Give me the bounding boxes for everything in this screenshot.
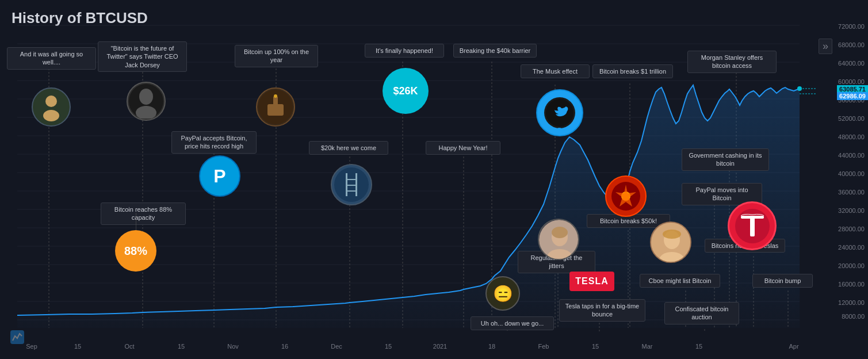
chart-container: History of BTCUSD [0, 0, 868, 359]
annotation-new-year: Happy New Year! [426, 141, 500, 155]
annotation-20k: $20k here we come [309, 141, 388, 155]
x-label-sep: Sep [26, 343, 37, 350]
svg-rect-51 [267, 104, 284, 116]
annotation-morgan-stanley: Morgan Stanley offers bitcoin access [687, 51, 777, 73]
y-label-72k: 72000.00 [838, 23, 865, 30]
annotation-tesla-bounce: Tesla taps in for a big-time bounce [559, 299, 645, 322]
y-label-16k: 16000.00 [838, 281, 865, 288]
x-label-15-feb: 15 [592, 343, 599, 350]
annotation-cboe: Cboe might list Bitcoin [640, 274, 720, 288]
annotation-circle-88pct: 88% [115, 230, 156, 272]
annotation-88pct-line [136, 213, 136, 230]
x-label-oct: Oct [124, 343, 134, 350]
svg-point-62 [552, 227, 568, 238]
annotation-circle-dec [331, 164, 372, 205]
annotation-circle-26k: $26K [383, 68, 429, 114]
y-label-44k: 44000.00 [838, 152, 865, 159]
y-label-8k: 8000.00 [842, 313, 865, 320]
x-label-mar: Mar [642, 343, 653, 350]
annotation-going-well: And it was all going so well.... [7, 47, 96, 70]
x-label-15-sep: 15 [74, 343, 81, 350]
x-label-16-nov: 16 [281, 343, 288, 350]
current-price-low: 62986.09 [837, 92, 868, 100]
x-label-2021: 2021 [433, 343, 447, 350]
annotation-confiscated: Confiscated bitcoin auction [664, 302, 739, 324]
x-label-dec: Dec [331, 343, 342, 350]
x-label-15-mar: 15 [695, 343, 702, 350]
y-label-36k: 36000.00 [838, 189, 865, 196]
annotation-circle-nov [256, 87, 295, 127]
annotation-govt-cashing: Government cashing in its bitcoin [682, 148, 769, 171]
annotation-circle-tesla-big [728, 201, 777, 250]
annotation-circle-regulator [538, 219, 579, 260]
annotation-musk: The Musk effect [521, 64, 590, 78]
nav-forward-button[interactable]: » [819, 39, 832, 54]
y-label-20k: 20000.00 [838, 262, 865, 269]
y-label-60k: 60000.00 [838, 78, 865, 85]
y-label-68k: 68000.00 [838, 41, 865, 48]
svg-point-74 [663, 230, 681, 239]
annotation-jack-dorsey: "Bitcoin is the future of Twitter" says … [98, 41, 187, 72]
y-label-32k: 32000.00 [838, 207, 865, 214]
x-label-18: 18 [488, 343, 495, 350]
annotation-circle-tesla-small: TESLA [569, 272, 614, 291]
twitter-label: Twitter [551, 127, 580, 132]
annotation-circle-dorsey [127, 82, 166, 121]
annotation-down: Uh oh... down we go... [471, 316, 554, 330]
svg-point-55 [45, 96, 57, 107]
annotation-circle-sep [32, 87, 71, 127]
svg-rect-46 [346, 190, 357, 192]
annotation-bump: Bitcoin bump [752, 274, 813, 288]
svg-point-40 [797, 86, 802, 91]
annotation-circle-emoji: 😑 [485, 276, 520, 311]
annotation-circle-woman [650, 221, 691, 263]
y-label-64k: 64000.00 [838, 60, 865, 67]
svg-rect-44 [346, 179, 357, 180]
x-label-nov: Nov [227, 343, 239, 350]
svg-rect-69 [757, 216, 762, 219]
annotation-88pct-label: Bitcoin reaches 88% capacity [101, 203, 186, 225]
annotation-100pct: Bitcoin up 100% on the year [235, 45, 318, 67]
svg-point-56 [43, 110, 59, 121]
x-label-15-oct: 15 [178, 343, 185, 350]
annotation-finally: It's finally happened! [365, 44, 444, 58]
svg-point-53 [274, 94, 277, 98]
y-label-24k: 24000.00 [838, 244, 865, 251]
annotation-circle-paypal-moves [605, 175, 647, 217]
svg-rect-70 [750, 216, 755, 236]
annotation-paypal-accepts: PayPal accepts Bitcoin, price hits recor… [171, 131, 257, 154]
y-label-52k: 52000.00 [838, 115, 865, 122]
y-label-28k: 28000.00 [838, 226, 865, 232]
x-label-apr: Apr [789, 343, 798, 350]
y-label-40k: 40000.00 [838, 170, 865, 177]
x-label-15-dec: 15 [385, 343, 392, 350]
annotation-40k: Breaking the $40k barrier [453, 44, 537, 58]
x-label-feb: Feb [538, 343, 549, 350]
svg-rect-68 [743, 216, 748, 219]
y-label-48k: 48000.00 [838, 133, 865, 140]
y-label-12k: 12000.00 [838, 299, 865, 306]
svg-rect-45 [346, 185, 357, 186]
annotation-circle-paypal: P [199, 155, 240, 197]
svg-point-48 [139, 89, 153, 105]
tradingview-logo [10, 330, 24, 346]
annotation-trillion: Bitcoin breaks $1 trillion [592, 64, 673, 78]
